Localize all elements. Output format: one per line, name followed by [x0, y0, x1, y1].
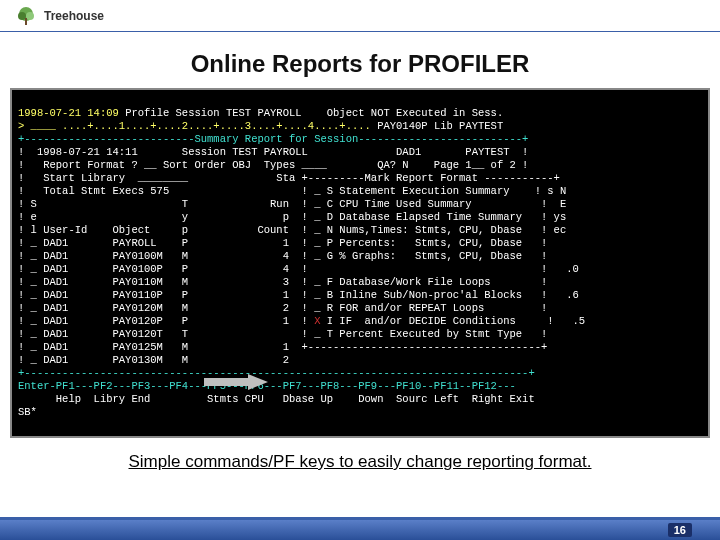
box-top: +---------------------------Summary Repo…: [18, 133, 528, 145]
svg-rect-3: [25, 18, 27, 25]
table-row: ! _ DAD1 PAY0100M M 4 ! _ G % Graphs: St…: [18, 250, 547, 262]
table-row: ! _ DAD1 PAYROLL P 1 ! _ P Percents: Stm…: [18, 237, 547, 249]
table-row: ! e y p ! _ D Database Elapsed Time Summ…: [18, 211, 566, 223]
object-name: PAY0140P: [371, 120, 428, 132]
table-row: ! l User-Id Object p Count ! _ N Nums,Ti…: [18, 224, 566, 236]
timestamp: 1998-07-21 14:09: [18, 107, 119, 119]
table-row: ! S T Run ! _ C CPU Time Used Summary ! …: [18, 198, 566, 210]
slide-title-area: Online Reports for PROFILER: [0, 32, 720, 88]
table-row: ! _ DAD1 PAY0130M M 2: [18, 354, 289, 366]
table-row: ! _ DAD1 PAY0125M M 1 +-----------------…: [18, 341, 547, 353]
tree-icon: [14, 4, 38, 28]
execs-line: ! Total Stmt Execs 575 ! _ S Statement E…: [18, 185, 566, 197]
table-row: ! _ DAD1 PAY0120P P 1 !: [18, 315, 314, 327]
footer-bar: 16: [0, 520, 720, 540]
session-line: ! 1998-07-21 14:11 Session TEST PAYROLL …: [18, 146, 528, 158]
terminal-screen: 1998-07-21 14:09 Profile Session TEST PA…: [10, 88, 710, 438]
logo-bar: Treehouse: [0, 0, 720, 32]
ruler-line: > ____ ....+....1....+....2....+....3...…: [18, 120, 371, 132]
table-row: ! _ DAD1 PAY0120M M 2 ! _ R FOR and/or R…: [18, 302, 547, 314]
pfkey-line: Enter-PF1---PF2---PF3---PF4---PF5---PF6-…: [18, 380, 516, 392]
table-row: ! _ DAD1 PAY0120T T ! _ T Percent Execut…: [18, 328, 547, 340]
format-line: ! Report Format ? __ Sort Order OBJ Type…: [18, 159, 528, 171]
table-row: ! _ DAD1 PAY0110M M 3 ! _ F Database/Wor…: [18, 276, 547, 288]
session-header: Profile Session TEST PAYROLL Object NOT …: [119, 107, 503, 119]
page-number: 16: [668, 523, 692, 537]
slide-caption: Simple commands/PF keys to easily change…: [0, 438, 720, 472]
library-line: ! Start Library ________ Sta +---------M…: [18, 172, 560, 184]
table-row: ! _ DAD1 PAY0110P P 1 ! _ B Inline Sub/N…: [18, 289, 579, 301]
logo-company: Treehouse: [44, 9, 104, 23]
slide-title: Online Reports for PROFILER: [0, 50, 720, 78]
lib-name: PAYTEST: [453, 120, 503, 132]
pfkey-labels[interactable]: Help Libry End Stmts CPU Dbase Up Down S…: [18, 393, 535, 405]
table-row: ! _ DAD1 PAY0100P P 4 ! ! .0: [18, 263, 579, 275]
svg-point-1: [18, 12, 26, 20]
command-prompt[interactable]: SB*: [18, 406, 37, 418]
svg-point-2: [26, 12, 34, 20]
box-bottom: +---------------------------------------…: [18, 367, 535, 379]
